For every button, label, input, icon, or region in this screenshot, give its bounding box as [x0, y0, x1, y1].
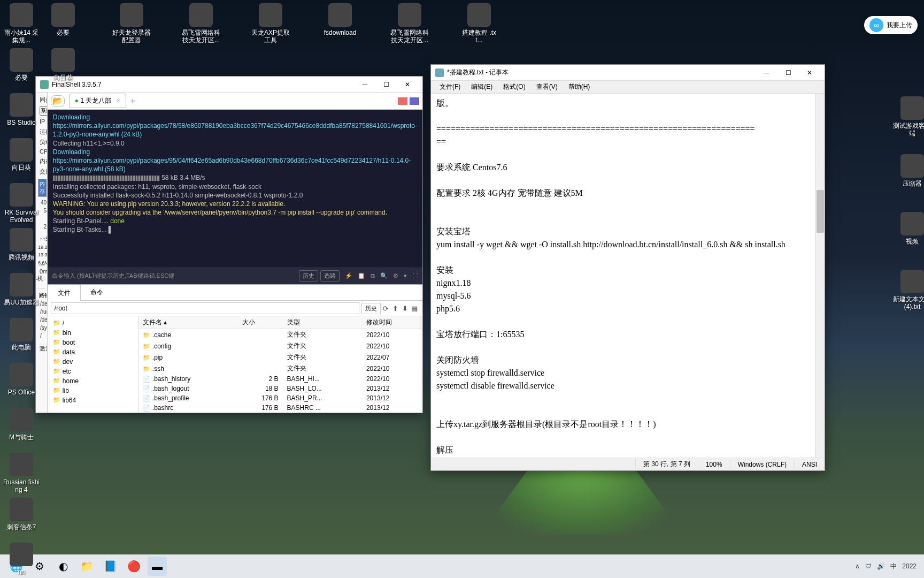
path-input[interactable] — [51, 302, 359, 314]
path-history-button[interactable]: 历史 — [361, 303, 381, 314]
steam-button[interactable]: ◐ — [53, 557, 73, 576]
notepad-content[interactable] — [431, 94, 815, 458]
maximize-button[interactable]: ☐ — [375, 77, 397, 93]
finalshell-titlebar[interactable]: FinalShell 3.9.5.7 ─ ☐ ✕ — [36, 77, 422, 93]
tree-node[interactable]: bin — [48, 328, 138, 338]
file-list[interactable]: 文件名 ▴ 大小 类型 修改时间 .cache文件夹2022/10.config… — [138, 316, 422, 413]
desktop-icon[interactable]: 易UU加速器 — [2, 273, 41, 306]
tab-files[interactable]: 文件 — [48, 285, 81, 301]
fullscreen-icon[interactable]: ⛶ — [412, 272, 418, 279]
upload-widget[interactable]: ∞ 我要上传 — [864, 16, 918, 34]
app-button[interactable]: 🔴 — [124, 557, 143, 576]
desktop-icon[interactable]: RK Survival Evolved — [2, 183, 41, 224]
minimize-button[interactable]: ─ — [354, 77, 375, 93]
app-icon — [900, 270, 924, 293]
list-view-icon[interactable] — [410, 97, 419, 105]
table-row[interactable]: .bashrc176 BBASHRC ...2013/12 — [138, 403, 422, 413]
desktop-icon[interactable]: 易飞雪网络科技天龙开区... — [390, 3, 429, 44]
tree-node[interactable]: lib — [48, 386, 138, 396]
menu-item[interactable]: 查看(V) — [531, 81, 563, 93]
notepad-titlebar[interactable]: *搭建教程.txt - 记事本 ─ ☐ ✕ — [431, 65, 825, 81]
tree-node[interactable]: lib64 — [48, 396, 138, 405]
scrollbar-thumb[interactable] — [817, 190, 824, 233]
ime-icon[interactable]: 中 — [890, 562, 897, 571]
search-icon[interactable]: 🔍 — [380, 272, 388, 279]
desktop-icon[interactable]: M与骑士 — [2, 408, 41, 441]
grid-view-icon[interactable] — [398, 97, 407, 105]
explorer-button[interactable]: 📁 — [77, 557, 96, 576]
table-row[interactable]: .bash_history2 BBASH_HI...2022/10 — [138, 374, 422, 384]
desktop-icon[interactable]: 腾讯视频 — [2, 228, 41, 261]
table-row[interactable]: .bash_logout18 BBASH_LO...2013/12 — [138, 384, 422, 393]
menu-item[interactable]: 格式(O) — [498, 81, 530, 93]
bolt-icon[interactable]: ⚡ — [345, 272, 352, 279]
menu-item[interactable]: 帮助(H) — [563, 81, 596, 93]
close-button[interactable]: ✕ — [799, 65, 820, 81]
clock[interactable]: 2022 — [902, 562, 917, 570]
tree-node[interactable]: boot — [48, 338, 138, 347]
folder-icon[interactable]: 📂 — [51, 95, 65, 107]
copy-icon[interactable]: ⧉ — [371, 272, 375, 279]
tree-node[interactable]: / — [48, 318, 138, 328]
table-row[interactable]: .bash_profile176 BBASH_PR...2013/12 — [138, 393, 422, 403]
icon-label: 新建文本文档(4).txt — [893, 295, 924, 311]
more-icon[interactable]: ▤ — [410, 305, 419, 313]
terminal-button[interactable]: ▬ — [148, 557, 167, 576]
desktop-icon[interactable]: 刺客信条7 — [2, 498, 41, 531]
terminal-output[interactable]: Downloading https://mirrors.aliyun.com/p… — [48, 110, 422, 267]
tree-node[interactable]: dev — [48, 357, 138, 367]
tray-icon[interactable]: 🔊 — [877, 562, 885, 570]
desktop-icon[interactable]: 必要 — [44, 3, 82, 36]
refresh-icon[interactable]: ⟳ — [381, 305, 390, 313]
chevron-down-icon[interactable]: ▾ — [404, 272, 407, 279]
scrollbar[interactable] — [815, 94, 825, 458]
tree-node[interactable]: home — [48, 376, 138, 386]
tray-icon[interactable]: ∧ — [855, 562, 860, 570]
tray-icon[interactable]: 🛡 — [865, 562, 872, 570]
desktop-icon[interactable]: 测试游戏客户端 — [893, 96, 924, 138]
desktop-icon[interactable]: BS Studio — [2, 93, 41, 126]
app-icon — [10, 138, 33, 162]
finalshell-title: FinalShell 3.9.5.7 — [52, 81, 102, 88]
desktop-icon[interactable]: 天龙AXP提取 工具 — [251, 3, 290, 44]
desktop-icon[interactable]: 此电脑 — [2, 318, 41, 351]
add-tab-button[interactable]: + — [130, 96, 135, 106]
tree-node[interactable]: etc — [48, 367, 138, 376]
sysinfo-button[interactable]: 系统信息 — [40, 106, 48, 116]
menu-item[interactable]: 文件(F) — [434, 81, 466, 93]
menu-item[interactable]: 编辑(E) — [466, 81, 498, 93]
clipboard-icon[interactable]: 📋 — [358, 272, 365, 279]
desktop-icon[interactable]: PS Office — [2, 363, 41, 396]
download-icon[interactable]: ⬇ — [400, 305, 410, 313]
desktop-icon[interactable]: 向日葵 — [2, 138, 41, 171]
table-row[interactable]: .config文件夹2022/10 — [138, 340, 422, 352]
tree-node[interactable]: data — [48, 347, 138, 357]
desktop-icon[interactable]: Russian fishing 4 — [2, 453, 41, 494]
desktop-icon[interactable]: 易飞雪网络科技天龙开区... — [182, 3, 220, 44]
gear-icon[interactable]: ⚙ — [393, 272, 398, 279]
maximize-button[interactable]: ☐ — [777, 65, 799, 81]
icon-label: 压缩器 — [893, 180, 924, 187]
directory-tree[interactable]: /binbootdatadevetchomeliblib64 — [48, 316, 138, 413]
table-row[interactable]: .ssh文件夹2022/10 — [138, 363, 422, 374]
desktop-icon[interactable]: 视频 — [893, 212, 924, 245]
path-button[interactable]: 选路 — [320, 270, 340, 282]
minimize-button[interactable]: ─ — [756, 65, 777, 81]
desktop-icon[interactable]: 必要 — [2, 48, 41, 81]
session-tab[interactable]: ● 1 天龙八部 × — [69, 94, 126, 108]
desktop-icon[interactable]: 好天龙登录器 配置器 — [112, 3, 151, 44]
desktop-icon[interactable]: 新建文本文档(4).txt — [893, 270, 924, 311]
desktop-icon[interactable]: nn — [2, 543, 41, 576]
desktop-icon[interactable]: 压缩器 — [893, 154, 924, 187]
history-button[interactable]: 历史 — [299, 270, 318, 282]
close-button[interactable]: ✕ — [397, 77, 418, 93]
desktop-icon[interactable]: 向日葵 — [44, 48, 82, 81]
desktop-icon[interactable]: 雨小妹14 采集规... — [2, 3, 41, 44]
desktop-icon[interactable]: fsdownload — [321, 3, 359, 36]
app-button[interactable]: 📘 — [101, 557, 120, 576]
table-row[interactable]: .cache文件夹2022/10 — [138, 329, 422, 341]
upload-icon[interactable]: ⬆ — [390, 305, 400, 313]
desktop-icon[interactable]: 搭建教程 .txt... — [460, 3, 498, 44]
tab-commands[interactable]: 命令 — [81, 285, 113, 300]
table-row[interactable]: .pip文件夹2022/07 — [138, 352, 422, 363]
